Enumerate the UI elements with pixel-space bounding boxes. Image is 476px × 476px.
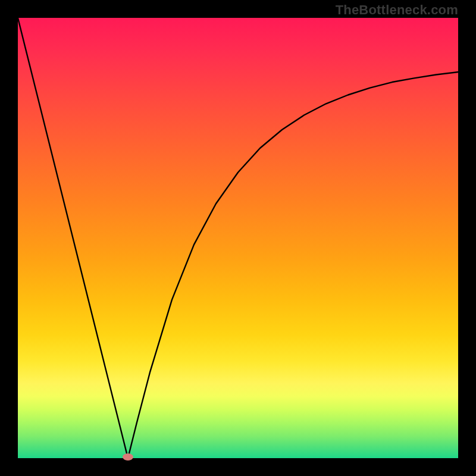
chart-frame: TheBottleneck.com (0, 0, 476, 476)
bottleneck-curve (18, 18, 458, 458)
watermark-text: TheBottleneck.com (336, 2, 458, 18)
plot-area (18, 18, 458, 458)
curve-path (18, 18, 458, 458)
minimum-marker (123, 453, 133, 461)
